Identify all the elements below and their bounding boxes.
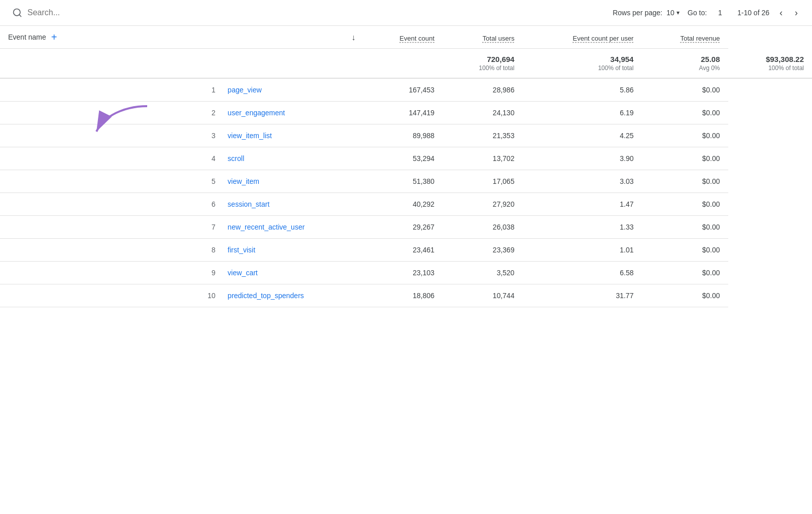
per-user-cell: 1.33 [523, 216, 642, 239]
go-to-label: Go to: [688, 9, 707, 17]
add-column-button[interactable]: + [49, 32, 59, 42]
dropdown-arrow-icon: ▾ [676, 9, 680, 16]
event-count-cell: 18,806 [364, 284, 443, 307]
revenue-cell: $0.00 [641, 78, 728, 102]
event-name-cell: predicted_top_spenders [220, 284, 364, 307]
totals-row: 720,694 100% of total 34,954 100% of tot… [0, 49, 812, 79]
totals-event-count-cell: 720,694 100% of total [443, 49, 523, 79]
event-name-cell: first_visit [220, 239, 364, 262]
revenue-cell: $0.00 [641, 124, 728, 147]
total-revenue-label: Total revenue [680, 35, 720, 42]
event-count-cell: 40,292 [364, 193, 443, 216]
next-page-button[interactable]: › [793, 6, 800, 19]
revenue-cell: $0.00 [641, 284, 728, 307]
table-row: 1 page_view 167,453 28,986 5.86 $0.00 [0, 78, 812, 102]
table-row: 5 view_item 51,380 17,065 3.03 $0.00 [0, 170, 812, 193]
total-users-header[interactable]: Total users [443, 26, 523, 49]
table-wrapper: Event name + ↓ Event count Total users E… [0, 26, 812, 307]
totals-revenue: $93,308.22 [736, 55, 804, 63]
sort-down-icon: ↓ [352, 33, 356, 42]
search-input[interactable] [27, 8, 180, 17]
revenue-cell: $0.00 [641, 262, 728, 284]
totals-per-user-cell: 25.08 Avg 0% [641, 49, 728, 79]
totals-event-count-sub: 100% of total [451, 65, 515, 72]
per-user-cell: 3.03 [523, 170, 642, 193]
go-to-input[interactable] [711, 9, 729, 17]
totals-total-users: 34,954 [531, 55, 634, 63]
totals-total-users-cell: 34,954 100% of total [523, 49, 642, 79]
total-users-cell: 17,065 [443, 170, 523, 193]
total-users-label: Total users [483, 35, 515, 42]
event-count-cell: 167,453 [364, 78, 443, 102]
totals-revenue-sub: 100% of total [736, 65, 804, 72]
per-user-cell: 1.01 [523, 239, 642, 262]
event-count-label: Event count [399, 35, 434, 42]
row-number: 10 [0, 284, 220, 307]
event-link[interactable]: scroll [228, 154, 245, 163]
rows-per-page: Rows per page: 10 ▾ [613, 9, 680, 17]
totals-num-cell [0, 49, 220, 79]
per-user-cell: 6.19 [523, 102, 642, 124]
row-number: 3 [0, 124, 220, 147]
event-link[interactable]: session_start [228, 200, 269, 208]
event-link[interactable]: predicted_top_spenders [228, 292, 304, 300]
event-link[interactable]: first_visit [228, 246, 255, 254]
revenue-cell: $0.00 [641, 102, 728, 124]
event-link[interactable]: view_item [228, 177, 259, 185]
event-link[interactable]: user_engagement [228, 109, 285, 117]
event-count-cell: 29,267 [364, 216, 443, 239]
rows-per-page-label: Rows per page: [613, 9, 662, 17]
total-users-cell: 27,920 [443, 193, 523, 216]
revenue-cell: $0.00 [641, 147, 728, 170]
event-name-cell: view_item_list [220, 124, 364, 147]
totals-per-user-sub: Avg 0% [650, 65, 720, 72]
event-name-cell: view_item [220, 170, 364, 193]
total-users-cell: 26,038 [443, 216, 523, 239]
row-number: 4 [0, 147, 220, 170]
sort-indicator-header: ↓ [220, 26, 364, 49]
per-user-cell: 3.90 [523, 147, 642, 170]
go-to: Go to: [688, 9, 729, 17]
event-link[interactable]: view_cart [228, 269, 258, 277]
total-users-cell: 28,986 [443, 78, 523, 102]
event-count-cell: 89,988 [364, 124, 443, 147]
search-wrapper [12, 8, 604, 18]
pagination-controls: Rows per page: 10 ▾ Go to: 1-10 of 26 ‹ … [613, 6, 800, 19]
event-count-header[interactable]: Event count [364, 26, 443, 49]
prev-page-button[interactable]: ‹ [777, 6, 785, 19]
total-revenue-header[interactable]: Total revenue [641, 26, 728, 49]
per-user-cell: 1.47 [523, 193, 642, 216]
rows-per-page-select[interactable]: 10 ▾ [666, 9, 680, 17]
search-icon [12, 8, 22, 18]
per-user-cell: 6.58 [523, 262, 642, 284]
table-row: 3 view_item_list 89,988 21,353 4.25 $0.0… [0, 124, 812, 147]
total-users-cell: 13,702 [443, 147, 523, 170]
page-info: 1-10 of 26 [737, 9, 769, 17]
event-count-per-user-label: Event count per user [572, 35, 633, 42]
event-name-header: Event name + [0, 26, 220, 49]
totals-revenue-cell: $93,308.22 100% of total [728, 49, 813, 79]
table-row: 10 predicted_top_spenders 18,806 10,744 … [0, 284, 812, 307]
per-user-cell: 31.77 [523, 284, 642, 307]
row-number: 8 [0, 239, 220, 262]
event-link[interactable]: new_recent_active_user [228, 223, 305, 231]
row-number: 5 [0, 170, 220, 193]
event-name-label: Event name [8, 33, 46, 41]
totals-total-users-sub: 100% of total [531, 65, 634, 72]
events-table: Event name + ↓ Event count Total users E… [0, 26, 812, 307]
event-count-cell: 23,103 [364, 262, 443, 284]
row-number: 7 [0, 216, 220, 239]
row-number: 6 [0, 193, 220, 216]
revenue-cell: $0.00 [641, 193, 728, 216]
event-name-cell: session_start [220, 193, 364, 216]
event-count-per-user-header[interactable]: Event count per user [523, 26, 642, 49]
event-link[interactable]: view_item_list [228, 132, 272, 140]
table-row: 6 session_start 40,292 27,920 1.47 $0.00 [0, 193, 812, 216]
rows-per-page-value: 10 [666, 9, 674, 17]
row-number: 2 [0, 102, 220, 124]
row-number: 1 [0, 78, 220, 102]
table-row: 2 user_engagement 147,419 24,130 6.19 $0… [0, 102, 812, 124]
event-link[interactable]: page_view [228, 86, 262, 94]
total-users-cell: 24,130 [443, 102, 523, 124]
event-name-cell: scroll [220, 147, 364, 170]
